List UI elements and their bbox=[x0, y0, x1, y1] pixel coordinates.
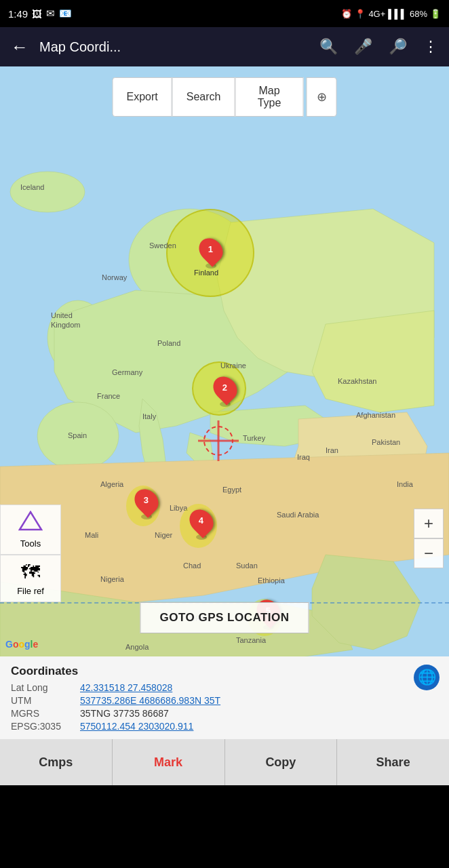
status-left: 1:49 🖼 ✉ 📧 bbox=[8, 7, 72, 20]
status-right: ⏰ 📍 4G+ ▌▌▌ 68% 🔋 bbox=[341, 9, 441, 19]
status-bar: 1:49 🖼 ✉ 📧 ⏰ 📍 4G+ ▌▌▌ 68% 🔋 bbox=[0, 0, 449, 27]
mgrs-label: MGRS bbox=[11, 708, 72, 719]
marker-4-label: 4 bbox=[199, 515, 203, 525]
time: 1:49 bbox=[8, 8, 28, 20]
battery-icon: 🔋 bbox=[430, 9, 441, 19]
goto-gps-button[interactable]: GOTO GPS LOCATION bbox=[140, 602, 309, 633]
export-button[interactable]: Export bbox=[113, 77, 172, 117]
network-icon: 4G+ bbox=[368, 9, 385, 19]
search-button[interactable]: Search bbox=[172, 77, 235, 117]
marker-4[interactable]: 4 bbox=[191, 509, 212, 540]
utm-label: UTM bbox=[11, 695, 72, 706]
svg-point-4 bbox=[10, 172, 85, 212]
marker-3-label: 3 bbox=[144, 494, 149, 505]
image-icon: 🖼 bbox=[32, 8, 42, 20]
bottom-bar: Cmps Mark Copy Share bbox=[0, 739, 449, 785]
battery: 68% bbox=[410, 9, 427, 19]
map-container[interactable]: Iceland Sweden Norway UnitedKingdom Pola… bbox=[0, 66, 449, 656]
mark-button[interactable]: Mark bbox=[113, 739, 225, 785]
cmps-button[interactable]: Cmps bbox=[0, 739, 113, 785]
marker-3[interactable]: 3 bbox=[136, 488, 157, 519]
message-icon: ✉ bbox=[46, 7, 55, 20]
tools-label: Tools bbox=[20, 538, 41, 549]
app-title: Map Coordi... bbox=[39, 39, 309, 55]
zoom-controls: + − bbox=[414, 509, 444, 568]
file-ref-label: File ref bbox=[17, 586, 44, 596]
file-ref-button[interactable]: 🗺 File ref bbox=[0, 555, 61, 602]
app-bar: ← Map Coordi... 🔍 🎤 🔎 ⋮ bbox=[0, 27, 449, 66]
marker-1[interactable]: 1 bbox=[200, 237, 222, 269]
svg-point-3 bbox=[37, 402, 119, 470]
utm-value[interactable]: 537735.286E 4686686.983N 35T bbox=[80, 695, 220, 706]
alarm-icon: ⏰ bbox=[341, 9, 352, 19]
globe-button[interactable]: 🌐 bbox=[414, 665, 440, 690]
mic-button[interactable]: 🎤 bbox=[349, 33, 378, 61]
search-button[interactable]: 🔍 bbox=[314, 33, 343, 61]
svg-marker-5 bbox=[20, 512, 41, 530]
location-button[interactable]: ⊕ bbox=[307, 77, 337, 117]
utm-row: UTM 537735.286E 4686686.983N 35T bbox=[11, 695, 438, 706]
map-toolbar: Export Search Map Type ⊕ bbox=[113, 77, 337, 117]
marker-1-label: 1 bbox=[208, 243, 213, 254]
lat-long-value[interactable]: 42.331518 27.458028 bbox=[80, 682, 172, 693]
marker-2-label: 2 bbox=[222, 382, 227, 392]
zoom-out-button[interactable]: − bbox=[414, 538, 444, 568]
lat-long-row: Lat Long 42.331518 27.458028 bbox=[11, 682, 438, 693]
coordinates-panel: Coordinates 🌐 Lat Long 42.331518 27.4580… bbox=[0, 656, 449, 739]
mgrs-value: 35TNG 37735 86687 bbox=[80, 708, 169, 719]
tools-icon bbox=[18, 511, 43, 536]
marker-2[interactable]: 2 bbox=[214, 376, 236, 407]
coordinates-title: Coordinates bbox=[11, 665, 438, 678]
map-type-button[interactable]: Map Type bbox=[235, 77, 303, 117]
mgrs-row: MGRS 35TNG 37735 86687 bbox=[11, 708, 438, 719]
lat-long-label: Lat Long bbox=[11, 682, 72, 693]
copy-button[interactable]: Copy bbox=[225, 739, 338, 785]
google-logo: Google bbox=[5, 639, 38, 650]
zoom-search-button[interactable]: 🔎 bbox=[383, 33, 412, 61]
epsg-row: EPSG:3035 5750112.454 2303020.911 bbox=[11, 721, 438, 732]
file-ref-icon: 🗺 bbox=[21, 561, 40, 583]
share-button[interactable]: Share bbox=[337, 739, 449, 785]
crosshair bbox=[198, 420, 239, 461]
side-tools: Tools 🗺 File ref bbox=[0, 505, 61, 602]
signal-bars: ▌▌▌ bbox=[388, 9, 407, 19]
zoom-in-button[interactable]: + bbox=[414, 509, 444, 538]
more-options-button[interactable]: ⋮ bbox=[418, 33, 444, 61]
tools-button[interactable]: Tools bbox=[0, 505, 61, 555]
mail-icon: 📧 bbox=[59, 7, 72, 20]
location-icon: 📍 bbox=[355, 9, 366, 19]
back-button[interactable]: ← bbox=[5, 31, 34, 63]
epsg-value[interactable]: 5750112.454 2303020.911 bbox=[80, 721, 193, 732]
epsg-label: EPSG:3035 bbox=[11, 721, 72, 732]
